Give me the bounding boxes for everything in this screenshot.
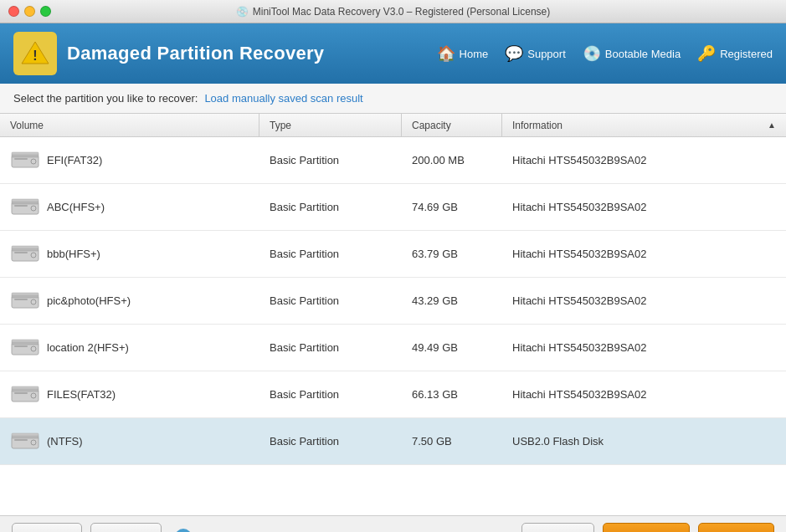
table-row[interactable]: FILES(FAT32) Basic Partition 66.13 GB Hi… (0, 371, 786, 418)
cell-capacity: 66.13 GB (402, 388, 502, 401)
app-logo: ! (13, 32, 57, 75)
cell-information: USB2.0 Flash Disk (502, 435, 786, 448)
full-scan-button[interactable]: Full Scan (603, 523, 690, 533)
open-button[interactable]: Open (698, 523, 774, 533)
svg-text:!: ! (33, 49, 37, 63)
svg-rect-30 (14, 392, 28, 394)
drive-icon (10, 289, 40, 313)
table-row[interactable]: pic&photo(HFS+) Basic Partition 43.29 GB… (0, 278, 786, 325)
tutorial-link-area: ? Damaged Partition Recovery Tutorial (175, 529, 514, 533)
svg-rect-26 (12, 340, 39, 342)
window-title: MiniTool Mac Data Recovery V3.0 – Regist… (253, 6, 551, 18)
cell-information: Hitachi HTS545032B9SA02 (502, 201, 786, 213)
nav-support-label: Support (527, 48, 566, 60)
title-bar-text: 💿 MiniTool Mac Data Recovery V3.0 – Regi… (236, 6, 551, 18)
nav-home[interactable]: 🏠 Home (437, 44, 489, 63)
cell-type: Basic Partition (259, 341, 402, 354)
drive-icon (10, 430, 40, 453)
table-body[interactable]: EFI(FAT32) Basic Partition 200.00 MB Hit… (0, 137, 786, 515)
minimize-button[interactable] (24, 6, 35, 17)
svg-rect-10 (14, 205, 28, 207)
back-button[interactable]: Back (521, 523, 594, 533)
drive-icon (10, 336, 40, 360)
table-row[interactable]: EFI(FAT32) Basic Partition 200.00 MB Hit… (0, 137, 786, 184)
logo-area: ! Damaged Partition Recovery (13, 32, 437, 75)
app-title: Damaged Partition Recovery (67, 43, 324, 64)
cell-capacity: 200.00 MB (402, 154, 502, 166)
volume-name: bbb(HFS+) (47, 248, 100, 260)
cell-capacity: 63.79 GB (402, 248, 502, 260)
nav-registered[interactable]: 🔑 Registered (697, 44, 773, 63)
cell-volume: bbb(HFS+) (0, 243, 259, 266)
volume-name: EFI(FAT32) (47, 154, 102, 166)
volume-name: (NTFS) (47, 435, 83, 448)
table-row[interactable]: location 2(HFS+) Basic Partition 49.49 G… (0, 325, 786, 371)
cell-volume: location 2(HFS+) (0, 336, 259, 360)
registered-icon: 🔑 (697, 44, 716, 63)
volume-name: location 2(HFS+) (47, 341, 129, 354)
cell-information: Hitachi HTS545032B9SA02 (502, 248, 786, 260)
window-controls[interactable] (8, 6, 51, 17)
svg-rect-20 (14, 299, 28, 300)
refresh-button[interactable]: Refresh (12, 523, 82, 533)
svg-rect-16 (12, 246, 39, 248)
table-row[interactable]: ABC(HFS+) Basic Partition 74.69 GB Hitac… (0, 184, 786, 231)
svg-rect-11 (12, 199, 39, 202)
title-bar: 💿 MiniTool Mac Data Recovery V3.0 – Regi… (0, 0, 786, 23)
svg-rect-31 (12, 386, 39, 389)
table-row[interactable]: bbb(HFS+) Basic Partition 63.79 GB Hitac… (0, 231, 786, 278)
cell-type: Basic Partition (259, 154, 402, 166)
cell-volume: EFI(FAT32) (0, 149, 259, 172)
cell-type: Basic Partition (259, 248, 402, 260)
table-header: Volume Type Capacity Information ▲ (0, 114, 786, 137)
table-row[interactable]: (NTFS) Basic Partition 7.50 GB USB2.0 Fl… (0, 418, 786, 465)
svg-rect-25 (14, 345, 28, 347)
drive-icon (10, 243, 40, 266)
footer-right-buttons: Back Full Scan Open (521, 523, 774, 533)
sort-icon[interactable]: ▲ (768, 120, 776, 130)
cell-type: Basic Partition (259, 435, 402, 448)
cell-type: Basic Partition (259, 388, 402, 401)
cell-volume: (NTFS) (0, 430, 259, 453)
cell-volume: pic&photo(HFS+) (0, 289, 259, 313)
warning-triangle-icon: ! (20, 38, 50, 69)
svg-rect-21 (12, 293, 39, 295)
drive-icon (10, 149, 40, 172)
maximize-button[interactable] (40, 6, 51, 17)
nav-bootable-media[interactable]: 💿 Bootable Media (583, 44, 681, 63)
svg-rect-36 (12, 433, 39, 436)
footer: Refresh Settings ? Damaged Partition Rec… (0, 515, 786, 532)
cell-type: Basic Partition (259, 294, 402, 307)
cell-volume: ABC(HFS+) (0, 196, 259, 219)
cell-capacity: 49.49 GB (402, 341, 502, 354)
cell-information: Hitachi HTS545032B9SA02 (502, 294, 786, 307)
nav-registered-label: Registered (720, 48, 773, 60)
svg-rect-15 (14, 252, 28, 253)
bootable-media-icon: 💿 (583, 44, 601, 63)
cell-capacity: 7.50 GB (402, 435, 502, 448)
load-scan-link[interactable]: Load manually saved scan result (204, 92, 362, 105)
subheader-label: Select the partition you like to recover… (13, 92, 198, 105)
cell-capacity: 74.69 GB (402, 201, 502, 213)
help-icon: ? (175, 529, 192, 533)
svg-rect-6 (12, 152, 39, 155)
nav-bootable-label: Bootable Media (605, 48, 681, 60)
nav-home-label: Home (460, 48, 489, 60)
cell-type: Basic Partition (259, 201, 402, 213)
settings-button[interactable]: Settings (90, 523, 162, 533)
col-information: Information ▲ (502, 114, 786, 136)
close-button[interactable] (8, 6, 19, 17)
title-icon: 💿 (236, 6, 249, 18)
drive-icon (10, 383, 40, 407)
svg-rect-35 (14, 439, 28, 441)
cell-information: Hitachi HTS545032B9SA02 (502, 154, 786, 166)
nav-support[interactable]: 💬 Support (505, 44, 566, 63)
partition-table: Volume Type Capacity Information ▲ EFI(F… (0, 114, 786, 515)
cell-volume: FILES(FAT32) (0, 383, 259, 407)
col-volume: Volume (0, 114, 259, 136)
drive-icon (10, 196, 40, 219)
cell-information: Hitachi HTS545032B9SA02 (502, 388, 786, 401)
header-nav: 🏠 Home 💬 Support 💿 Bootable Media 🔑 Regi… (437, 44, 773, 63)
sub-header: Select the partition you like to recover… (0, 84, 786, 114)
app-header: ! Damaged Partition Recovery 🏠 Home 💬 Su… (0, 23, 786, 84)
